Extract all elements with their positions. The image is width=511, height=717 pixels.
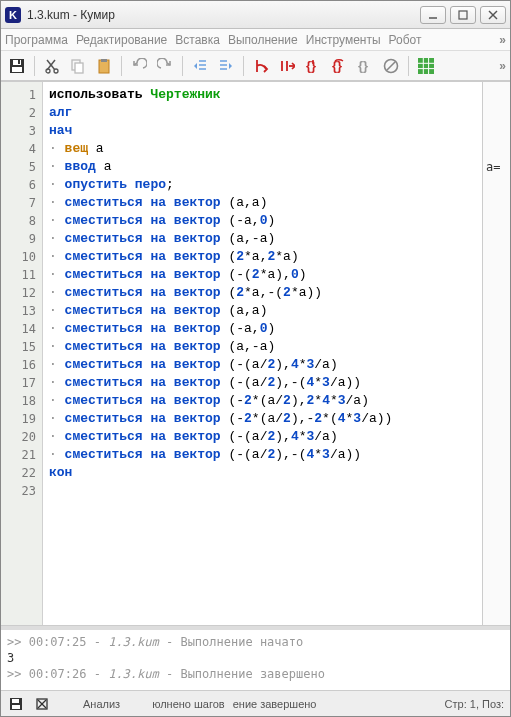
menubar: Программа Редактирование Вставка Выполне… xyxy=(1,29,510,51)
close-button[interactable] xyxy=(480,6,506,24)
titlebar: K 1.3.kum - Кумир xyxy=(1,1,510,29)
separator xyxy=(121,56,122,76)
line-number: 5 xyxy=(1,158,42,176)
code-line[interactable]: · сместиться на вектор (a,a) xyxy=(49,302,476,320)
menu-insert[interactable]: Вставка xyxy=(175,33,220,47)
line-number: 17 xyxy=(1,374,42,392)
maximize-button[interactable] xyxy=(450,6,476,24)
line-number: 9 xyxy=(1,230,42,248)
status-done: ение завершено xyxy=(233,698,317,710)
grid-button[interactable] xyxy=(414,54,438,78)
code-editor[interactable]: использовать Чертежникалгнач· вещ a· вво… xyxy=(43,82,482,625)
status-position: Стр: 1, Поз: xyxy=(445,698,504,710)
code-line[interactable]: · сместиться на вектор (a,-a) xyxy=(49,230,476,248)
separator xyxy=(34,56,35,76)
menu-overflow-icon[interactable]: » xyxy=(499,33,506,47)
line-number: 10 xyxy=(1,248,42,266)
line-number: 16 xyxy=(1,356,42,374)
cut-button[interactable] xyxy=(40,54,64,78)
code-line[interactable]: кон xyxy=(49,464,476,482)
indent-left-button[interactable] xyxy=(188,54,212,78)
code-line[interactable]: · сместиться на вектор (a,a) xyxy=(49,194,476,212)
line-number: 14 xyxy=(1,320,42,338)
line-number: 11 xyxy=(1,266,42,284)
indent-right-button[interactable] xyxy=(214,54,238,78)
editor-area: 1234567891011121314151617181920212223 ис… xyxy=(1,81,510,626)
code-line[interactable]: · сместиться на вектор (-(a/2),4*3/a) xyxy=(49,428,476,446)
step-out-button[interactable]: {} xyxy=(353,54,377,78)
code-line[interactable]: · сместиться на вектор (-(a/2),-(4*3/a)) xyxy=(49,446,476,464)
code-line[interactable] xyxy=(49,482,476,500)
code-line[interactable]: · сместиться на вектор (-2*(a/2),2*4*3/a… xyxy=(49,392,476,410)
toolbar: {} {} {} » xyxy=(1,51,510,81)
svg-text:{}: {} xyxy=(306,58,316,73)
svg-rect-7 xyxy=(18,60,20,64)
undo-button[interactable] xyxy=(127,54,151,78)
step-button[interactable] xyxy=(275,54,299,78)
minimize-button[interactable] xyxy=(420,6,446,24)
code-line[interactable]: нач xyxy=(49,122,476,140)
line-number: 3 xyxy=(1,122,42,140)
code-line[interactable]: алг xyxy=(49,104,476,122)
step-over-button[interactable]: {} xyxy=(327,54,351,78)
stop-button[interactable] xyxy=(379,54,403,78)
line-number: 2 xyxy=(1,104,42,122)
svg-rect-27 xyxy=(418,58,434,74)
line-number: 7 xyxy=(1,194,42,212)
code-line[interactable]: · сместиться на вектор (-(a/2),-(4*3/a)) xyxy=(49,374,476,392)
code-line[interactable]: · сместиться на вектор (-a,0) xyxy=(49,320,476,338)
variable-a: a= xyxy=(486,160,510,174)
code-line[interactable]: · сместиться на вектор (-2*(a/2),-2*(4*3… xyxy=(49,410,476,428)
svg-rect-5 xyxy=(12,67,22,72)
code-line[interactable]: · опустить перо; xyxy=(49,176,476,194)
status-clear-icon[interactable] xyxy=(33,695,51,713)
copy-button[interactable] xyxy=(66,54,90,78)
toolbar-overflow-icon[interactable]: » xyxy=(499,59,506,73)
svg-point-11 xyxy=(54,69,58,73)
menu-program[interactable]: Программа xyxy=(5,33,68,47)
console-line: >> 00:07:25 - 1.3.kum - Выполнение начат… xyxy=(7,634,504,650)
line-gutter: 1234567891011121314151617181920212223 xyxy=(1,82,43,625)
code-line[interactable]: · сместиться на вектор (2*a,2*a) xyxy=(49,248,476,266)
window-title: 1.3.kum - Кумир xyxy=(27,8,416,22)
step-into-button[interactable]: {} xyxy=(301,54,325,78)
svg-rect-15 xyxy=(101,59,107,62)
code-line[interactable]: · сместиться на вектор (a,-a) xyxy=(49,338,476,356)
svg-rect-33 xyxy=(12,705,20,709)
run-button[interactable] xyxy=(249,54,273,78)
console-line: >> 00:07:26 - 1.3.kum - Выполнение завер… xyxy=(7,666,504,682)
line-number: 13 xyxy=(1,302,42,320)
redo-button[interactable] xyxy=(153,54,177,78)
svg-rect-34 xyxy=(12,699,19,703)
separator xyxy=(408,56,409,76)
line-number: 8 xyxy=(1,212,42,230)
code-line[interactable]: · сместиться на вектор (-a,0) xyxy=(49,212,476,230)
paste-button[interactable] xyxy=(92,54,116,78)
menu-tools[interactable]: Инструменты xyxy=(306,33,381,47)
status-analysis: Анализ xyxy=(83,698,120,710)
code-line[interactable]: · вещ a xyxy=(49,140,476,158)
code-line[interactable]: · сместиться на вектор (-(a/2),4*3/a) xyxy=(49,356,476,374)
line-number: 19 xyxy=(1,410,42,428)
line-number: 18 xyxy=(1,392,42,410)
statusbar: Анализ юлнено шагов ение завершено Стр: … xyxy=(1,690,510,716)
code-line[interactable]: · сместиться на вектор (-(2*a),0) xyxy=(49,266,476,284)
menu-robot[interactable]: Робот xyxy=(389,33,422,47)
svg-rect-1 xyxy=(459,11,467,19)
svg-line-26 xyxy=(387,62,395,70)
code-line[interactable]: · ввод a xyxy=(49,158,476,176)
line-number: 12 xyxy=(1,284,42,302)
code-line[interactable]: использовать Чертежник xyxy=(49,86,476,104)
code-line[interactable]: · сместиться на вектор (2*a,-(2*a)) xyxy=(49,284,476,302)
line-number: 1 xyxy=(1,86,42,104)
line-number: 4 xyxy=(1,140,42,158)
console-line: 3 xyxy=(7,650,504,666)
output-console[interactable]: >> 00:07:25 - 1.3.kum - Выполнение начат… xyxy=(1,626,510,690)
svg-rect-13 xyxy=(75,63,83,73)
separator xyxy=(243,56,244,76)
save-button[interactable] xyxy=(5,54,29,78)
menu-run[interactable]: Выполнение xyxy=(228,33,298,47)
status-save-icon[interactable] xyxy=(7,695,25,713)
menu-edit[interactable]: Редактирование xyxy=(76,33,167,47)
line-number: 15 xyxy=(1,338,42,356)
